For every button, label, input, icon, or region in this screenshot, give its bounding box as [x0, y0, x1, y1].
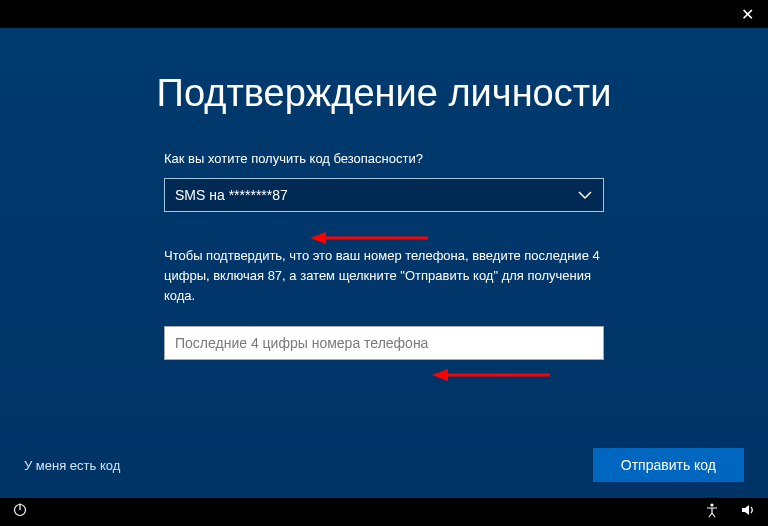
phone-last4-input[interactable] [164, 326, 604, 360]
footer-bar: У меня есть код Отправить код [0, 448, 768, 482]
have-code-link[interactable]: У меня есть код [24, 458, 120, 473]
titlebar: ✕ [0, 0, 768, 28]
send-code-button[interactable]: Отправить код [593, 448, 744, 482]
power-icon[interactable] [12, 502, 28, 522]
chevron-down-icon [577, 187, 593, 203]
method-select[interactable]: SMS на ********87 [164, 178, 604, 212]
accessibility-icon[interactable] [704, 502, 720, 522]
page-title: Подтверждение личности [0, 72, 768, 115]
svg-point-6 [710, 503, 713, 506]
instruction-text: Чтобы подтвердить, что это ваш номер тел… [164, 246, 604, 306]
main-panel: Подтверждение личности Как вы хотите пол… [0, 28, 768, 498]
method-label: Как вы хотите получить код безопасности? [164, 151, 604, 166]
form-block: Как вы хотите получить код безопасности?… [164, 151, 604, 360]
volume-icon[interactable] [740, 502, 756, 522]
method-select-value: SMS на ********87 [175, 187, 288, 203]
taskbar [0, 498, 768, 526]
close-icon[interactable]: ✕ [741, 5, 754, 24]
annotation-arrow-2 [432, 365, 552, 385]
svg-marker-3 [432, 369, 448, 381]
